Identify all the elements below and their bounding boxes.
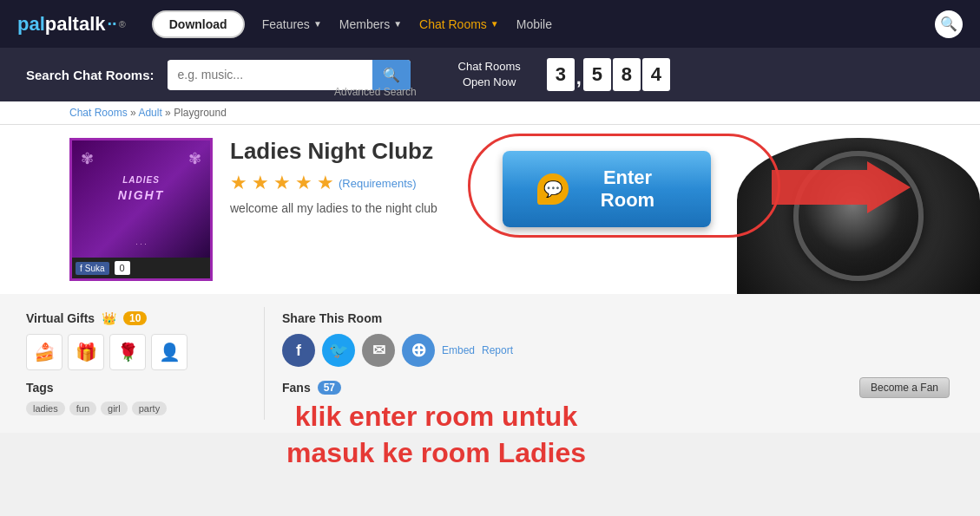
breadcrumb-adult[interactable]: Adult xyxy=(138,107,161,119)
tag-girl[interactable]: girl xyxy=(101,402,128,415)
gift-item-3[interactable]: 🌹 xyxy=(109,334,146,370)
digit-5: 5 xyxy=(583,58,611,91)
gift-item-2[interactable]: 🎁 xyxy=(68,334,104,370)
gift-item-4[interactable]: 👤 xyxy=(151,334,187,370)
room-image-inner: ✾ ✾ LADIES NIGHT · · · f Suka 0 xyxy=(72,140,210,278)
room-stars: ★ ★ ★ ★ ★ (Requirements) xyxy=(230,172,485,194)
night-text: NIGHT xyxy=(118,188,165,202)
become-fan-button[interactable]: Become a Fan xyxy=(859,377,950,398)
search-input[interactable] xyxy=(168,61,372,88)
report-link[interactable]: Report xyxy=(482,344,513,356)
floral-left: ✾ xyxy=(81,149,94,168)
star-5: ★ xyxy=(317,172,334,194)
embed-report-links: Embed Report xyxy=(442,344,513,356)
rooms-open: Chat Rooms Open Now xyxy=(458,59,521,90)
email-share-button[interactable]: ✉ xyxy=(362,334,395,367)
room-title: Ladies Night Clubz xyxy=(230,138,485,165)
camera-image xyxy=(737,138,980,294)
room-description: welcome all my ladies to the night club xyxy=(230,201,485,215)
room-info: Ladies Night Clubz ★ ★ ★ ★ ★ (Requiremen… xyxy=(230,138,485,215)
mobile-link[interactable]: Mobile xyxy=(516,17,552,31)
tag-ladies[interactable]: ladies xyxy=(26,402,65,415)
room-section: ✾ ✾ LADIES NIGHT · · · f Suka 0 Ladies N… xyxy=(0,125,980,294)
features-arrow: ▼ xyxy=(313,19,322,29)
rooms-counter: 3 , 5 8 4 xyxy=(547,58,670,91)
ladies-text: LADIES xyxy=(122,175,160,185)
gift-crown-icon: 👑 xyxy=(102,311,116,325)
chatrooms-link[interactable]: Chat Rooms ▼ xyxy=(419,17,499,31)
features-link[interactable]: Features ▼ xyxy=(262,17,322,31)
room-image: ✾ ✾ LADIES NIGHT · · · f Suka 0 xyxy=(69,138,213,281)
enter-room-button[interactable]: 💬 Enter Room xyxy=(503,151,711,227)
requirements-link[interactable]: (Requirements) xyxy=(339,177,417,190)
logo-reg: ® xyxy=(119,19,126,29)
left-panel: Virtual Gifts 👑 10 🍰 🎁 🌹 👤 Tags ladies f… xyxy=(13,307,265,420)
members-arrow: ▼ xyxy=(393,19,402,29)
breadcrumb-chatrooms[interactable]: Chat Rooms xyxy=(69,107,128,119)
download-button[interactable]: Download xyxy=(152,10,245,38)
gift-item-1[interactable]: 🍰 xyxy=(26,334,62,370)
camera-lens xyxy=(793,151,924,281)
social-row: f 🐦 ✉ ⊕ Embed Report xyxy=(282,334,950,367)
tags-title: Tags xyxy=(26,381,251,395)
star-3: ★ xyxy=(273,172,291,194)
fans-title: Fans 57 Become a Fan xyxy=(282,377,950,398)
breadcrumb-sep1: » xyxy=(130,107,138,119)
fans-count-badge: 57 xyxy=(318,381,341,395)
enter-room-container: 💬 Enter Room xyxy=(503,151,711,227)
bottom-section: Virtual Gifts 👑 10 🍰 🎁 🌹 👤 Tags ladies f… xyxy=(0,294,980,433)
facebook-share-button[interactable]: f xyxy=(282,334,315,367)
star-1: ★ xyxy=(230,172,247,194)
fb-like-button[interactable]: f Suka xyxy=(76,262,109,275)
tag-fun[interactable]: fun xyxy=(69,402,96,415)
search-bar: Search Chat Rooms: 🔍 Advanced Search Cha… xyxy=(0,48,980,101)
floral-right: ✾ xyxy=(188,149,201,168)
search-icon[interactable]: 🔍 xyxy=(935,10,963,38)
gifts-row: 🍰 🎁 🌹 👤 xyxy=(26,334,251,370)
like-count: 0 xyxy=(115,261,130,275)
chat-icon: 💬 xyxy=(537,173,569,205)
logo: palpaltalk ·· ® xyxy=(17,13,126,36)
embed-link[interactable]: Embed xyxy=(442,344,475,356)
counter-comma: , xyxy=(576,58,582,91)
fb-icon: f xyxy=(80,264,82,273)
twitter-share-button[interactable]: 🐦 xyxy=(322,334,355,367)
logo-text: pal xyxy=(17,13,45,36)
breadcrumb-playground: Playground xyxy=(174,107,227,119)
share-title: Share This Room xyxy=(282,311,950,325)
virtual-gifts-title: Virtual Gifts 👑 10 xyxy=(26,311,251,325)
room-image-bottom: f Suka 0 xyxy=(72,258,210,278)
digit-4: 4 xyxy=(642,58,670,91)
digit-3: 3 xyxy=(547,58,575,91)
star-4: ★ xyxy=(295,172,312,194)
plus-share-button[interactable]: ⊕ xyxy=(402,334,435,367)
breadcrumb: Chat Rooms » Adult » Playground xyxy=(0,101,980,125)
star-2: ★ xyxy=(252,172,269,194)
gift-count-badge: 10 xyxy=(123,311,147,325)
sub-text: · · · xyxy=(135,239,147,248)
right-panel: Share This Room f 🐦 ✉ ⊕ Embed Report Fan… xyxy=(265,307,967,420)
tag-party[interactable]: party xyxy=(132,402,167,415)
logo-dots: ·· xyxy=(108,14,117,34)
members-link[interactable]: Members ▼ xyxy=(339,17,402,31)
advanced-search-link[interactable]: Advanced Search xyxy=(334,86,417,98)
search-label: Search Chat Rooms: xyxy=(26,68,155,82)
header: palpaltalk ·· ® Download Features ▼ Memb… xyxy=(0,0,980,48)
breadcrumb-sep2: » xyxy=(165,107,174,119)
tags-row: ladies fun girl party xyxy=(26,402,251,415)
digit-8: 8 xyxy=(613,58,641,91)
chatrooms-arrow: ▼ xyxy=(490,19,499,29)
